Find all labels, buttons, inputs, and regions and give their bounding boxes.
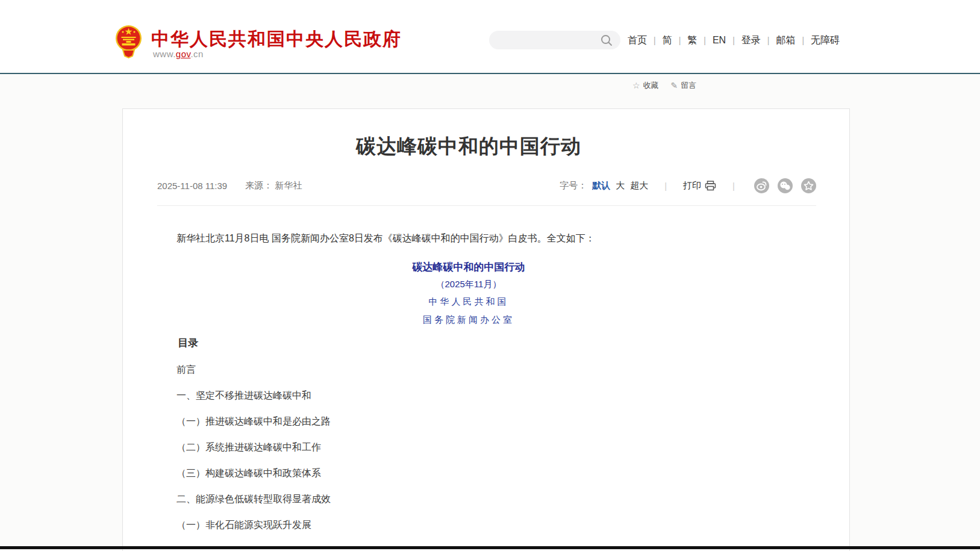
document-org-line2: 国务院新闻办公室 bbox=[157, 314, 780, 326]
star-outline-icon: ☆ bbox=[632, 81, 640, 90]
wechat-share-icon[interactable] bbox=[778, 178, 793, 193]
article-date: 2025-11-08 11:39 bbox=[157, 181, 227, 191]
article-meta-row: 2025-11-08 11:39 来源： 新华社 字号： 默认 大 超大 | 打… bbox=[157, 176, 816, 195]
weibo-share-icon[interactable] bbox=[754, 178, 769, 193]
toc-item: （二）系统推进碳达峰碳中和工作 bbox=[157, 441, 815, 453]
article-source: 来源： 新华社 bbox=[245, 180, 302, 191]
toc-item: 二、能源绿色低碳转型取得显著成效 bbox=[157, 493, 815, 505]
toc-item: （一）推进碳达峰碳中和是必由之路 bbox=[157, 415, 815, 428]
nav-item-login[interactable]: 登录 bbox=[741, 34, 761, 47]
print-label: 打印 bbox=[683, 180, 701, 191]
nav-item-simplified-chinese[interactable]: 简 bbox=[663, 34, 672, 47]
nav-separator: | bbox=[654, 36, 656, 45]
site-header: 中华人民共和国中央人民政府 www.gov.cn 首页|简|繁|EN|登录|邮箱… bbox=[0, 0, 980, 73]
lead-paragraph: 新华社北京11月8日电 国务院新闻办公室8日发布《碳达峰碳中和的中国行动》白皮书… bbox=[157, 231, 815, 246]
toc-item: 前言 bbox=[157, 363, 815, 376]
nav-item-mailbox[interactable]: 邮箱 bbox=[776, 34, 795, 47]
site-url-gov: gov bbox=[176, 49, 191, 59]
nav-separator: | bbox=[732, 36, 735, 45]
header-nav: 首页|简|繁|EN|登录|邮箱|无障碍 bbox=[628, 33, 840, 48]
toc-heading: 目录 bbox=[157, 336, 815, 350]
favorite-button[interactable]: ☆ 收藏 bbox=[632, 80, 659, 91]
nav-separator: | bbox=[802, 36, 804, 45]
meta-separator: | bbox=[664, 181, 667, 191]
nav-item-home[interactable]: 首页 bbox=[628, 34, 647, 47]
toc-item: 一、坚定不移推进碳达峰碳中和 bbox=[157, 389, 815, 402]
nav-item-english[interactable]: EN bbox=[713, 35, 726, 46]
site-title: 中华人民共和国中央人民政府 bbox=[151, 27, 402, 52]
article-meta-right: 字号： 默认 大 超大 | 打印 | bbox=[560, 178, 816, 193]
article-meta-left: 2025-11-08 11:39 来源： 新华社 bbox=[157, 180, 302, 191]
article-actions: ☆ 收藏 ✎ 留言 bbox=[632, 80, 696, 91]
pencil-icon: ✎ bbox=[671, 81, 678, 90]
nav-separator: | bbox=[679, 36, 681, 45]
printer-icon bbox=[705, 181, 716, 191]
article-container: 碳达峰碳中和的中国行动 2025-11-08 11:39 来源： 新华社 字号：… bbox=[122, 108, 850, 551]
nav-item-traditional-chinese[interactable]: 繁 bbox=[687, 34, 697, 47]
bottom-edge-bar bbox=[0, 546, 980, 549]
favorite-label: 收藏 bbox=[643, 80, 659, 91]
national-emblem-logo bbox=[115, 25, 142, 59]
toc-items: 前言一、坚定不移推进碳达峰碳中和（一）推进碳达峰碳中和是必由之路（二）系统推进碳… bbox=[157, 363, 815, 531]
page: 中华人民共和国中央人民政府 www.gov.cn 首页|简|繁|EN|登录|邮箱… bbox=[0, 0, 980, 551]
toc-item: （一）非化石能源实现跃升发展 bbox=[157, 518, 815, 531]
font-size-xlarge-button[interactable]: 超大 bbox=[630, 180, 648, 191]
site-url-prefix: www. bbox=[153, 49, 176, 59]
print-button[interactable]: 打印 bbox=[683, 180, 716, 191]
font-size-label: 字号： bbox=[560, 180, 587, 191]
document-title: 碳达峰碳中和的中国行动 bbox=[157, 260, 780, 274]
table-of-contents: 目录 前言一、坚定不移推进碳达峰碳中和（一）推进碳达峰碳中和是必由之路（二）系统… bbox=[157, 336, 815, 544]
search-input[interactable] bbox=[498, 32, 594, 48]
nav-item-accessibility[interactable]: 无障碍 bbox=[811, 34, 840, 47]
toc-item: （三）构建碳达峰碳中和政策体系 bbox=[157, 467, 815, 479]
site-url-suffix: .cn bbox=[190, 49, 204, 59]
comment-label: 留言 bbox=[681, 80, 696, 91]
comment-button[interactable]: ✎ 留言 bbox=[671, 80, 697, 91]
font-size-default-button[interactable]: 默认 bbox=[592, 180, 610, 191]
more-share-icon[interactable] bbox=[801, 178, 816, 193]
document-date: （2025年11月） bbox=[157, 279, 780, 290]
meta-separator: | bbox=[732, 181, 735, 191]
nav-separator: | bbox=[767, 36, 770, 45]
site-url[interactable]: www.gov.cn bbox=[153, 49, 204, 59]
search-icon[interactable] bbox=[600, 34, 613, 47]
document-org-line1: 中华人民共和国 bbox=[157, 296, 780, 308]
article-title: 碳达峰碳中和的中国行动 bbox=[157, 133, 780, 160]
font-size-large-button[interactable]: 大 bbox=[616, 180, 625, 191]
meta-divider-line bbox=[157, 205, 816, 206]
nav-separator: | bbox=[704, 36, 706, 45]
